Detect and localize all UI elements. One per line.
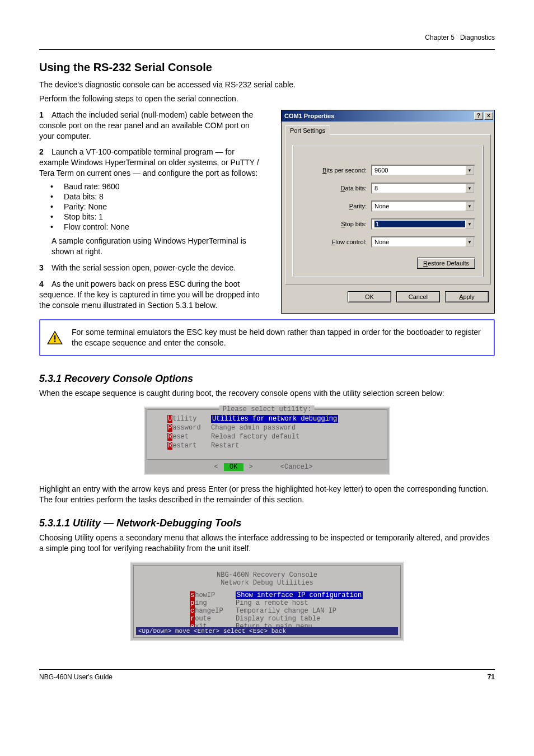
parity-label: Parity: xyxy=(301,203,367,209)
parity-value: None xyxy=(374,203,389,209)
recovery-menu-screenshot: Please select utility: UtilityUtilities … xyxy=(144,407,390,475)
dialog-title: COM1 Properties xyxy=(284,113,473,119)
warning-icon xyxy=(47,331,63,344)
baud-select[interactable]: 9600 ▼ xyxy=(371,165,475,176)
term2-menu-item[interactable]: pingPing a remote host xyxy=(190,599,398,607)
subsection-1-para: When the escape sequence is caught durin… xyxy=(39,388,495,399)
close-icon[interactable]: × xyxy=(484,112,493,120)
step-2: Launch a VT-100-compatible terminal prog… xyxy=(39,147,259,178)
baud-label: Bits per second: xyxy=(301,167,367,174)
parity-select[interactable]: None ▼ xyxy=(371,200,475,212)
note-callout: For some terminal emulators the ESC key … xyxy=(39,319,495,356)
intro-2: Perform the following steps to open the … xyxy=(39,94,495,104)
flow-label: Flow control: xyxy=(301,239,367,245)
apply-button[interactable]: Apply xyxy=(445,291,489,302)
tab-port-settings[interactable]: Port Settings xyxy=(285,125,330,135)
term-menu-item[interactable]: UtilityUtilities for network debugging xyxy=(151,414,383,423)
chevron-down-icon[interactable]: ▼ xyxy=(465,237,474,246)
stopbits-label: Stop bits: xyxy=(301,221,367,227)
chevron-down-icon[interactable]: ▼ xyxy=(465,220,474,228)
term-cancel-button[interactable]: <Cancel> xyxy=(279,463,315,471)
flow-value: None xyxy=(374,239,389,245)
after-term1-para: Highlight an entry with the arrow keys a… xyxy=(39,484,495,505)
term-menu-item[interactable]: RestartRestart xyxy=(151,441,383,450)
subsection-2-title: 5.3.1.1 Utility — Network-Debugging Tool… xyxy=(39,517,495,529)
chevron-down-icon[interactable]: ▼ xyxy=(465,184,474,193)
bullet-stopbits: Stop bits: 1 xyxy=(64,212,103,221)
network-utility-screenshot: NBG-460N Recovery Console Network Debug … xyxy=(130,562,404,641)
databits-select[interactable]: 8 ▼ xyxy=(371,183,475,194)
term-title: Please select utility: xyxy=(219,405,315,413)
cancel-button[interactable]: Cancel xyxy=(396,291,440,302)
footer-page: 71 xyxy=(488,673,495,681)
term2-menu-item[interactable]: changeIPTemporarily change LAN IP xyxy=(190,607,398,615)
bullet-flow: Flow control: None xyxy=(64,222,129,231)
chevron-down-icon[interactable]: ▼ xyxy=(465,166,474,175)
term2-menu-item[interactable]: routeDisplay routing table xyxy=(190,615,398,623)
chapter-title: Diagnostics xyxy=(460,34,495,41)
subsection-1-title: 5.3.1 Recovery Console Options xyxy=(39,373,495,385)
step-1: Attach the included serial (null-modem) … xyxy=(39,110,253,141)
databits-label: Data bits: xyxy=(301,185,367,192)
callout-text: For some terminal emulators the ESC key … xyxy=(72,328,481,347)
chevron-down-icon[interactable]: ▼ xyxy=(465,202,474,211)
port-settings-group: Bits per second: 9600 ▼ Data bits: 8 ▼ P… xyxy=(292,145,484,277)
svg-rect-2 xyxy=(54,341,56,343)
stopbits-value: 1 xyxy=(374,221,472,227)
bullet-databits: Data bits: 8 xyxy=(64,192,104,201)
intro-1: The device's diagnostic console can be a… xyxy=(39,80,495,90)
step-2-note: A sample configuration using Windows Hyp… xyxy=(51,236,265,257)
term2-menu-item[interactable]: showIPShow interface IP configuration xyxy=(190,591,398,599)
help-icon[interactable]: ? xyxy=(474,112,483,120)
ok-button[interactable]: OK xyxy=(348,291,391,302)
svg-rect-1 xyxy=(54,335,56,340)
term2-title-1: NBG-460N Recovery Console xyxy=(136,571,398,579)
step-4: As the unit powers back on press ESC dur… xyxy=(39,279,260,310)
term-menu-item[interactable]: PasswordChange admin password xyxy=(151,423,383,432)
databits-value: 8 xyxy=(374,185,378,192)
stopbits-select[interactable]: 1 ▼ xyxy=(371,218,475,230)
term-ok-button[interactable]: OK xyxy=(224,463,243,471)
bullet-baud: Baud rate: 9600 xyxy=(64,182,120,191)
term2-status: <Up/Down> move <Enter> select <Esc> back xyxy=(136,627,398,635)
restore-defaults-button[interactable]: Restore Defaults xyxy=(417,258,475,269)
baud-value: 9600 xyxy=(374,167,388,174)
divider xyxy=(39,49,495,50)
footer-left: NBG-460N User's Guide xyxy=(39,673,113,681)
step-3: With the serial session open, power-cycl… xyxy=(51,263,236,272)
section-title: Using the RS-232 Serial Console xyxy=(39,61,495,74)
dialog-titlebar[interactable]: COM1 Properties ? × xyxy=(282,110,494,122)
bullet-parity: Parity: None xyxy=(64,202,107,211)
chapter-label: Chapter 5 xyxy=(425,34,455,41)
term-menu-item[interactable]: ResetReload factory default xyxy=(151,432,383,441)
com-properties-dialog: COM1 Properties ? × Port Settings Bits p… xyxy=(281,110,495,314)
term2-title-2: Network Debug Utilities xyxy=(136,579,398,587)
flow-select[interactable]: None ▼ xyxy=(371,236,475,248)
subsection-2-para: Choosing Utility opens a secondary menu … xyxy=(39,533,495,554)
